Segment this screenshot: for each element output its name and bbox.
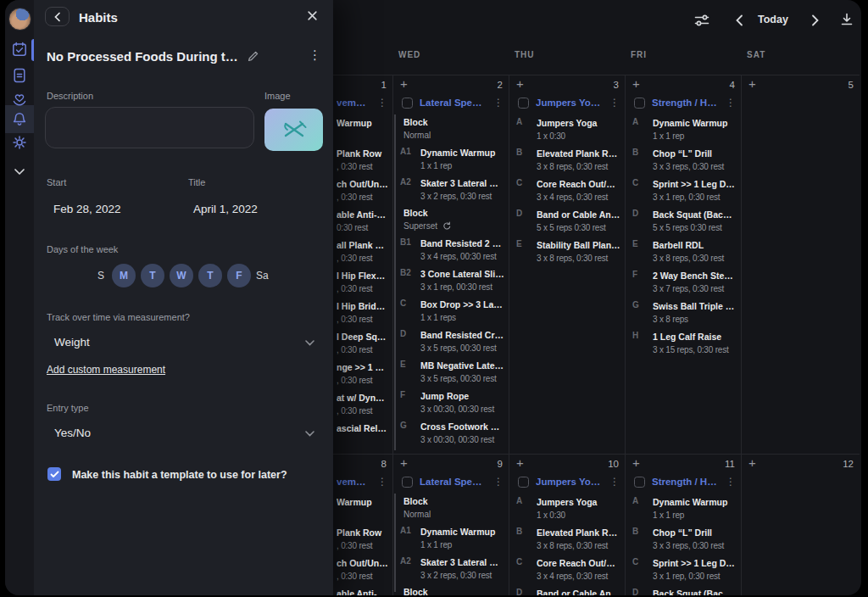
workout-checkbox[interactable] <box>402 98 413 109</box>
exercise-row[interactable]: DBand or Cable Anti Rotati...5 x 5 reps … <box>509 587 625 595</box>
bell-icon[interactable] <box>11 111 28 128</box>
day-toggle-t[interactable]: T <box>198 264 222 287</box>
exercise-row[interactable]: AJumpers Yoga1 x 0:30 <box>509 495 625 526</box>
workout-title-link[interactable]: Lateral Speed / Plyo <box>420 98 487 108</box>
pencil-icon[interactable] <box>248 50 259 62</box>
workout-title-link[interactable]: Lateral Speed / Plyo <box>420 477 487 487</box>
end-date-field[interactable]: April 1, 2022 <box>193 203 258 215</box>
day-toggle-f[interactable]: F <box>227 264 251 287</box>
workout-title-link[interactable]: vement Q... <box>337 98 370 108</box>
exercise-row[interactable]: DBack Squat (Back Off Set)5 x 5 reps 0:3… <box>626 587 741 595</box>
workout-title-link[interactable]: vement Q... <box>337 477 370 487</box>
exercise-row[interactable]: H1 Leg Calf Raise3 x 15 reps, 0:30 rest <box>626 330 741 360</box>
entry-type-select[interactable]: Yes/No <box>54 427 91 439</box>
workout-title-link[interactable]: Strength / Hypertro... <box>652 477 719 487</box>
exercise-row[interactable]: GSwiss Ball Triple Threat3 x 8 reps <box>626 299 741 330</box>
add-event-button[interactable]: + <box>632 456 640 469</box>
kebab-menu-icon[interactable]: ⋮ <box>493 477 504 487</box>
workout-checkbox[interactable] <box>402 477 413 488</box>
exercise-row[interactable]: CBox Drop >> 3 Lateral H...1 x 1 reps <box>393 298 509 328</box>
add-event-button[interactable]: + <box>516 456 524 469</box>
add-custom-measurement-link[interactable]: Add custom measurement <box>47 364 165 376</box>
exercise-row[interactable]: BChop “L” Drill3 x 3 reps, 0:30 rest <box>626 147 741 177</box>
exercise-row[interactable]: EStability Ball Plank Linear ...3 x 8 re… <box>509 238 625 269</box>
day-toggle-s[interactable]: S <box>95 270 107 282</box>
habit-image-tile[interactable] <box>264 109 323 151</box>
chevron-down-icon[interactable] <box>305 340 314 346</box>
add-event-button[interactable]: + <box>400 77 408 90</box>
kebab-menu-icon[interactable]: ⋮ <box>377 98 387 108</box>
back-button[interactable] <box>45 7 70 26</box>
workout-title-link[interactable]: Jumpers Yoga / Core <box>536 98 603 108</box>
add-event-button[interactable]: + <box>748 456 756 469</box>
kebab-menu-icon[interactable]: ⋮ <box>609 477 620 487</box>
workout-title-row[interactable]: Lateral Speed / Plyo⋮ <box>402 94 504 111</box>
exercise-row[interactable]: AJumpers Yoga1 x 0:30 <box>509 116 625 147</box>
exercise-row[interactable]: A2Skater 3 Lateral Hops >> ...3 x 2 reps… <box>393 176 509 207</box>
exercise-row[interactable]: GCross Footwork Jump Rope3 x 00:30, 00:3… <box>393 420 509 450</box>
workout-title-row[interactable]: Strength / Hypertro...⋮ <box>634 94 736 111</box>
chevron-down-icon[interactable] <box>11 166 28 178</box>
exercise-row[interactable]: EMB Negative Lateral Hop...3 x 5 reps, 0… <box>393 359 509 389</box>
add-event-button[interactable]: + <box>400 456 408 469</box>
exercise-row[interactable]: CCore Reach Out/Under3 x 4 reps, 0:30 re… <box>509 177 625 208</box>
add-event-button[interactable]: + <box>748 77 756 90</box>
kebab-menu-icon[interactable]: ⋮ <box>377 477 387 487</box>
exercise-name: Chop “L” Drill <box>653 147 737 160</box>
workout-title-row[interactable]: Jumpers Yoga / Core⋮ <box>518 94 620 111</box>
add-event-button[interactable]: + <box>516 77 524 90</box>
workout-checkbox[interactable] <box>634 477 645 488</box>
document-icon[interactable] <box>11 67 28 84</box>
exercise-row[interactable]: B1Band Resisted 2 Step Late...3 x 4 reps… <box>393 237 509 267</box>
start-date-field[interactable]: Feb 28, 2022 <box>53 203 121 215</box>
day-toggle-m[interactable]: M <box>112 264 136 287</box>
exercise-detail: 3 x 15 reps, 0:30 rest <box>653 343 737 356</box>
kebab-menu-icon[interactable]: ⋮ <box>309 47 321 63</box>
exercise-row[interactable]: BElevated Plank Row3 x 8 reps, 0:30 rest <box>509 526 625 556</box>
exercise-row[interactable]: DBand Resisted Crossover...3 x 5 reps, 0… <box>393 328 509 359</box>
workout-title-row[interactable]: Jumpers Yoga / Core⋮ <box>518 473 620 490</box>
workout-title-link[interactable]: Jumpers Yoga / Core <box>536 477 603 487</box>
chevron-down-icon[interactable] <box>305 431 314 437</box>
kebab-menu-icon[interactable]: ⋮ <box>726 477 736 487</box>
exercise-prefix: A <box>516 496 522 505</box>
close-icon[interactable] <box>307 10 318 21</box>
exercise-row[interactable]: CSprint >> 1 Leg Declarations3 x 1 rep, … <box>626 177 741 208</box>
exercise-row[interactable]: EBarbell RDL3 x 8 reps, 0:30 rest <box>626 238 741 269</box>
workout-title-row[interactable]: Strength / Hypertro...⋮ <box>634 473 736 490</box>
exercise-row[interactable]: CSprint >> 1 Leg Declarations3 x 1 rep, … <box>626 556 741 587</box>
exercise-row[interactable]: FJump Rope3 x 00:30, 00:30 rest <box>393 389 509 420</box>
kebab-menu-icon[interactable]: ⋮ <box>609 98 620 108</box>
day-toggle-sa[interactable]: Sa <box>256 270 268 282</box>
template-checkbox[interactable] <box>47 467 61 481</box>
exercise-row[interactable]: ADynamic Warmup1 x 1 rep <box>626 116 741 147</box>
calendar-check-icon[interactable] <box>11 41 28 58</box>
exercise-row[interactable]: A2Skater 3 Lateral Hops >> ...3 x 2 reps… <box>393 555 509 586</box>
exercise-row[interactable]: BChop “L” Drill3 x 3 reps, 0:30 rest <box>626 526 741 556</box>
exercise-row[interactable]: F2 Way Bench Step Up3 x 7 reps, 0:30 res… <box>626 269 741 299</box>
workout-checkbox[interactable] <box>518 477 529 488</box>
workout-title-link[interactable]: Strength / Hypertro... <box>652 98 719 108</box>
kebab-menu-icon[interactable]: ⋮ <box>726 98 736 108</box>
exercise-row[interactable]: BElevated Plank Row3 x 8 reps, 0:30 rest <box>509 147 625 177</box>
workout-checkbox[interactable] <box>518 98 529 109</box>
exercise-row[interactable]: DBack Squat (Back Off Set)5 x 5 reps 0:3… <box>626 208 741 238</box>
avatar[interactable] <box>8 8 31 31</box>
exercise-row[interactable]: ADynamic Warmup1 x 1 rep <box>626 495 741 526</box>
description-input[interactable] <box>45 107 254 148</box>
workout-checkbox[interactable] <box>634 98 645 109</box>
gear-icon[interactable] <box>11 134 28 151</box>
exercise-prefix: B <box>632 527 638 536</box>
workout-title-row[interactable]: Lateral Speed / Plyo⋮ <box>402 473 504 490</box>
day-toggle-t[interactable]: T <box>141 264 164 287</box>
exercise-row[interactable]: A1Dynamic Warmup1 x 1 rep <box>393 525 509 555</box>
exercise-row[interactable]: A1Dynamic Warmup1 x 1 rep <box>393 146 509 176</box>
measurement-select[interactable]: Weight <box>54 336 90 349</box>
heart-hands-icon[interactable] <box>11 91 28 108</box>
exercise-row[interactable]: DBand or Cable Anti Rotati...5 x 5 reps … <box>509 208 625 238</box>
exercise-row[interactable]: B23 Cone Lateral Slide3 x 1 rep, 00:30 r… <box>393 267 509 298</box>
kebab-menu-icon[interactable]: ⋮ <box>493 98 504 108</box>
exercise-row[interactable]: CCore Reach Out/Under3 x 4 reps, 0:30 re… <box>509 556 625 587</box>
day-toggle-w[interactable]: W <box>170 264 193 287</box>
add-event-button[interactable]: + <box>632 77 640 90</box>
